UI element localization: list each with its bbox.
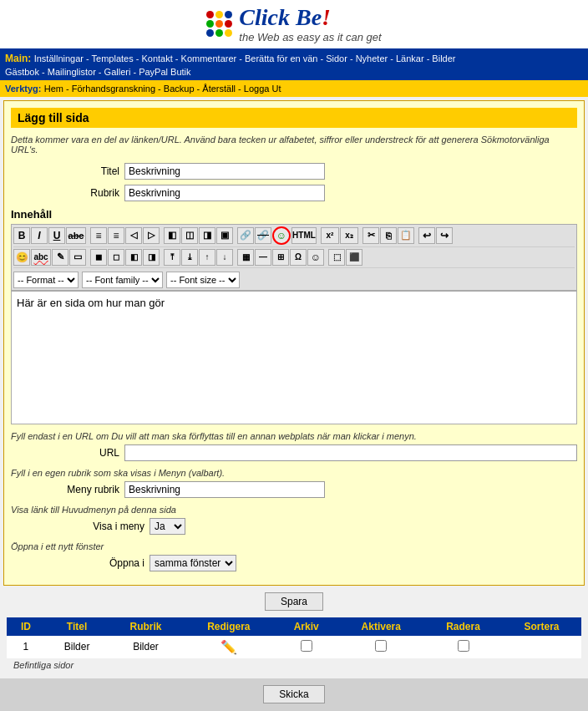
logo-excl: ! [322, 4, 331, 30]
font-size-select[interactable]: -- Font size -- [166, 272, 240, 288]
unlink-button[interactable]: 🔗 [255, 227, 271, 244]
url-input[interactable] [124, 444, 577, 461]
tb-r2b9[interactable]: ▦ [237, 249, 254, 266]
bottom-submit: Skicka [0, 678, 588, 710]
arkiv-checkbox[interactable] [301, 640, 312, 652]
cell-redigera[interactable]: ✏️ [183, 636, 275, 658]
font-family-select[interactable]: -- Font family -- [82, 272, 163, 288]
titel-label: Titel [11, 165, 119, 177]
redigera-icon[interactable]: ✏️ [220, 640, 237, 654]
align-center-button[interactable]: ◫ [181, 227, 198, 244]
undo-button[interactable]: ↩ [418, 227, 435, 244]
nav-main-links2: Gästbok - Mailinglistor - Galleri - PayP… [5, 67, 191, 77]
cell-id: 1 [7, 636, 45, 658]
cut-button[interactable]: ✂ [362, 227, 379, 244]
befintliga-label: Befintliga sidor [7, 658, 581, 672]
nav-main-label: Main: [5, 53, 31, 64]
bold-button[interactable]: B [13, 227, 30, 244]
col-id: ID [7, 617, 45, 636]
tb-r2b2[interactable]: ◻ [108, 249, 124, 266]
logo-click: Click Be [239, 4, 322, 30]
logo-dots [206, 11, 232, 37]
tb-r2b11[interactable]: ⊞ [272, 249, 289, 266]
tb-r2b15[interactable]: ⬛ [346, 249, 362, 266]
nav-tools-bar: Verktyg: Hem - Förhandsgranskning - Back… [0, 80, 588, 97]
nav-main-bar2: Gästbok - Mailinglistor - Galleri - PayP… [0, 65, 588, 80]
outdent-button[interactable]: ◁ [125, 227, 142, 244]
logo-text-area: Click Be! the Web as easy as it can get [239, 5, 381, 43]
tb-r2b4[interactable]: ◨ [143, 249, 160, 266]
radera-checkbox[interactable] [458, 640, 469, 652]
save-button[interactable]: Spara [265, 592, 323, 611]
tb-r2b8[interactable]: ↓ [216, 249, 233, 266]
skicka-button[interactable]: Skicka [263, 685, 324, 703]
spellcheck-button[interactable]: abc [31, 249, 51, 266]
tb-r2b12[interactable]: Ω [290, 249, 307, 266]
ul-button[interactable]: ≡ [90, 227, 107, 244]
ol-button[interactable]: ≡ [108, 227, 124, 244]
rubrik-input[interactable] [124, 185, 325, 201]
aktivera-checkbox[interactable] [375, 640, 387, 652]
edit-button[interactable]: ✎ [52, 249, 68, 266]
link-button[interactable]: 🔗 [237, 227, 254, 244]
oppna-label: Öppna i [11, 557, 144, 569]
main-content: Lägg till sida Detta kommer vara en del … [0, 97, 588, 678]
meny-rubrik-input[interactable] [124, 481, 325, 498]
innehall-label: Innehåll [11, 208, 577, 221]
format-select[interactable]: -- Format -- [13, 272, 79, 288]
tb-r2b14[interactable]: ⬚ [328, 249, 345, 266]
editor-area[interactable]: Här är en sida om hur man gör [11, 291, 577, 424]
rubrik-row: Rubrik [11, 185, 577, 201]
align-left-button[interactable]: ◧ [164, 227, 180, 244]
paste-button[interactable]: 📋 [398, 227, 414, 244]
cell-arkiv[interactable] [275, 636, 337, 658]
superscript-button[interactable]: x² [321, 227, 339, 244]
align-right-button[interactable]: ◨ [199, 227, 215, 244]
url-row: URL [11, 444, 577, 461]
image-button[interactable]: ☺ [272, 226, 291, 245]
cell-radera[interactable] [424, 636, 502, 658]
tb-r2b5[interactable]: ⤒ [164, 249, 180, 266]
cell-titel: Bilder [45, 636, 109, 658]
copy-button[interactable]: ⎘ [380, 227, 397, 244]
oppna-desc: Öppna i ett nytt fönster [11, 541, 577, 551]
cell-aktivera[interactable] [337, 636, 424, 658]
preview-button[interactable]: ▭ [69, 249, 86, 266]
toolbar-row3: -- Format -- -- Font family -- -- Font s… [13, 270, 575, 288]
subscript-button[interactable]: x₂ [340, 227, 358, 244]
underline-button[interactable]: U [48, 227, 65, 244]
tb-r2b3[interactable]: ◧ [125, 249, 142, 266]
oppna-row: Öppna i samma fönster nytt fönster [11, 555, 577, 571]
align-justify-button[interactable]: ▣ [216, 227, 233, 244]
visa-meny-select[interactable]: Ja Nej [150, 518, 185, 535]
visa-meny-row: Visa i meny Ja Nej [11, 518, 577, 535]
html-button[interactable]: HTML [291, 227, 317, 244]
header: Click Be! the Web as easy as it can get [0, 0, 588, 50]
meny-rubrik-desc: Fyll i en egen rubrik som ska visas i Me… [11, 468, 577, 478]
form-title: Lägg till sida [11, 108, 577, 128]
tb-r2b1[interactable]: ◼ [90, 249, 107, 266]
logo-tagline: the Web as easy as it can get [239, 31, 381, 43]
col-aktivera: Aktivera [337, 617, 424, 636]
redo-button[interactable]: ↪ [436, 227, 453, 244]
italic-button[interactable]: I [31, 227, 48, 244]
url-label: URL [11, 447, 119, 459]
titel-input[interactable] [124, 163, 325, 180]
tb-r2b10[interactable]: — [255, 249, 271, 266]
strikethrough-button[interactable]: abc [66, 227, 86, 244]
titel-row: Titel [11, 163, 577, 180]
col-radera: Radera [424, 617, 502, 636]
meny-rubrik-row: Meny rubrik [11, 481, 577, 498]
toolbar-row2: 😊 abc ✎ ▭ ◼ ◻ ◧ ◨ ⤒ ⤓ ↑ ↓ ▦ — ⊞ Ω ☺ [13, 249, 575, 268]
tb-r2b6[interactable]: ⤓ [181, 249, 198, 266]
indent-button[interactable]: ▷ [143, 227, 160, 244]
smiley-button[interactable]: 😊 [13, 249, 30, 266]
url-desc: Fyll endast i en URL om Du vill att man … [11, 431, 577, 441]
rubrik-label: Rubrik [11, 187, 119, 199]
oppna-select[interactable]: samma fönster nytt fönster [150, 555, 236, 571]
tb-r2b13[interactable]: ☺ [307, 249, 324, 266]
col-redigera: Redigera [183, 617, 275, 636]
tb-r2b7[interactable]: ↑ [199, 249, 215, 266]
form-section: Lägg till sida Detta kommer vara en del … [3, 100, 585, 586]
logo-main: Click Be! [239, 5, 381, 31]
